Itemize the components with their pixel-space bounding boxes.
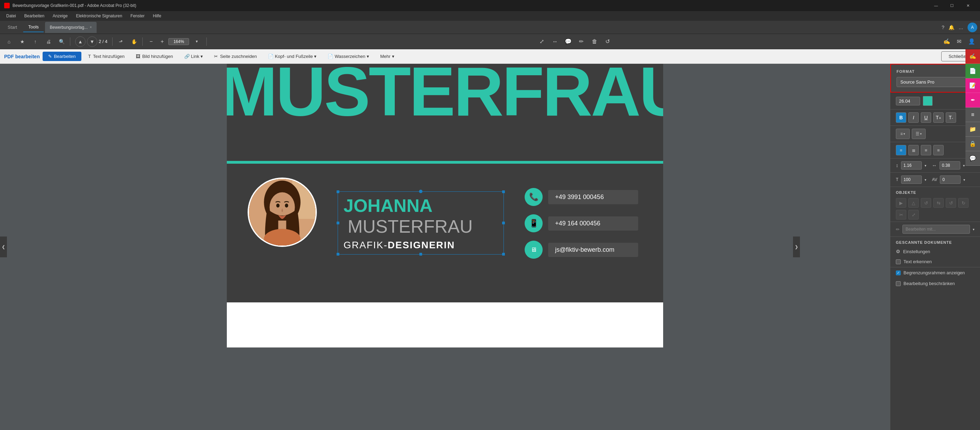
undo-button[interactable]: ↺ xyxy=(602,36,613,47)
pencil-button[interactable]: ✏ xyxy=(576,36,587,47)
selection-handle-mr[interactable] xyxy=(502,222,505,224)
text-selection-box[interactable]: JOHANNA MUSTERFRAU GRAFIK-DESIGNERIN xyxy=(337,192,504,254)
menu-bearbeiten[interactable]: Bearbeiten xyxy=(21,12,48,20)
baseline-arrow[interactable]: ▾ xyxy=(963,178,965,182)
baseline-input[interactable] xyxy=(940,176,961,184)
subscript-button[interactable]: T- xyxy=(946,112,956,123)
selection-handle-bl[interactable] xyxy=(337,253,339,256)
char-spacing-input[interactable] xyxy=(940,161,960,169)
strip-icon-5[interactable]: ≡ xyxy=(966,107,980,122)
wasserzeichen-arrow-icon: ▾ xyxy=(367,54,369,59)
trash-button[interactable]: 🗑 xyxy=(589,36,600,47)
align-left-button[interactable]: ≡ xyxy=(896,145,906,155)
font-size-input[interactable] xyxy=(896,97,920,106)
phone2-icon: 📱 xyxy=(525,214,542,232)
menu-datei[interactable]: Datei xyxy=(3,12,19,20)
account-button[interactable]: 👤 xyxy=(966,36,977,47)
align-right-button[interactable]: ≡ xyxy=(921,145,931,155)
italic-button[interactable]: I xyxy=(908,112,919,123)
print-button[interactable]: 🖨 xyxy=(42,35,55,48)
selection-handle-bm[interactable] xyxy=(419,253,422,256)
bild-hinzufuegen-button[interactable]: 🖼 Bild hinzufügen xyxy=(132,52,177,61)
strip-icon-4[interactable]: ✒ xyxy=(966,93,980,107)
minimize-button[interactable]: — xyxy=(928,0,944,11)
strip-icon-6[interactable]: 📁 xyxy=(966,122,980,137)
notification-icon[interactable]: 🔔 xyxy=(948,25,955,30)
align-justify-button[interactable]: ≡ xyxy=(933,145,943,155)
mehr-dropdown[interactable]: Mehr ▾ xyxy=(376,52,399,61)
selection-handle-ml[interactable] xyxy=(337,222,339,224)
begrenzungsrahmen-checkbox[interactable]: ✓ xyxy=(896,270,901,275)
comment-button[interactable]: 💬 xyxy=(563,36,574,47)
menu-anzeige[interactable]: Anzeige xyxy=(49,12,71,20)
line-spacing-arrow[interactable]: ▾ xyxy=(924,164,926,168)
send-button[interactable]: ✉ xyxy=(954,36,965,47)
align-center-button[interactable]: ≣ xyxy=(908,145,919,155)
selection-handle-top[interactable] xyxy=(419,190,423,193)
menu-fenster[interactable]: Fenster xyxy=(127,12,148,20)
scale-input[interactable] xyxy=(901,176,922,184)
zoom-out-button[interactable]: − xyxy=(146,37,156,46)
bearbeiten-button[interactable]: ✎ Bearbeiten xyxy=(43,52,81,61)
maximize-button[interactable]: ☐ xyxy=(944,0,960,11)
text-hinzufuegen-button[interactable]: T Text hinzufügen xyxy=(84,52,129,61)
window-controls[interactable]: — ☐ ✕ xyxy=(928,0,976,11)
menu-signaturen[interactable]: Elektronische Signaturen xyxy=(72,12,126,20)
kopf-fusszeile-dropdown[interactable]: 📄 Kopf- und Fußzeile ▾ xyxy=(264,52,321,61)
bearbeitung-checkbox[interactable] xyxy=(896,281,901,286)
ordered-list-button[interactable]: ☰ ▾ xyxy=(912,129,926,139)
next-page-button[interactable]: ▼ xyxy=(87,37,97,47)
toolbar-separator-1 xyxy=(70,37,70,46)
strip-icon-2[interactable]: 📄 xyxy=(966,64,980,78)
strip-icon-8[interactable]: 💬 xyxy=(966,151,980,166)
selection-handle-tl[interactable] xyxy=(337,190,339,193)
upload-button[interactable]: ↑ xyxy=(29,35,41,48)
bookmark-button[interactable]: ★ xyxy=(16,35,29,48)
close-button[interactable]: ✕ xyxy=(960,0,976,11)
wasserzeichen-dropdown[interactable]: 📄 Wasserzeichen ▾ xyxy=(323,52,373,61)
user-avatar[interactable]: A xyxy=(967,22,977,32)
color-swatch[interactable] xyxy=(923,96,932,106)
link-dropdown[interactable]: 🔗 Link ▾ xyxy=(180,52,207,61)
selection-handle-tr[interactable] xyxy=(502,190,505,193)
zoom-dropdown-button[interactable]: ▼ xyxy=(191,35,203,48)
font-family-dropdown[interactable]: Source Sans Pro ▾ xyxy=(897,77,974,87)
strip-icon-3[interactable]: 📝 xyxy=(966,78,980,93)
scroll-right-arrow[interactable]: ❯ xyxy=(793,237,800,257)
einstellungen-item[interactable]: ⚙ Einstellungen xyxy=(890,246,980,256)
char-spacing-arrow[interactable]: ▾ xyxy=(963,164,965,168)
line-spacing-input[interactable] xyxy=(901,161,922,169)
select-tool[interactable]: ⬏ xyxy=(115,35,127,48)
signature-button[interactable]: ✍ xyxy=(941,36,952,47)
tab-close-icon[interactable]: × xyxy=(90,25,92,29)
strip-icon-7[interactable]: 🔒 xyxy=(966,137,980,151)
tab-document[interactable]: Bewerbungsvorlag... × xyxy=(45,22,97,33)
bearbeiten-mit-select[interactable]: Bearbeiten mit... xyxy=(902,225,970,234)
superscript-button[interactable]: T+ xyxy=(933,112,943,123)
tab-tools[interactable]: Tools xyxy=(23,22,43,32)
zoom-in-button[interactable]: + xyxy=(157,37,167,46)
prev-page-button[interactable]: ▲ xyxy=(75,37,86,47)
job-title-prefix: GRAFIK- xyxy=(344,240,388,250)
seite-zuschneiden-button[interactable]: ✂ Seite zuschneiden xyxy=(210,52,261,61)
bearbeiten-dropdown-arrow[interactable]: ▾ xyxy=(973,227,974,231)
bold-button[interactable]: B xyxy=(896,112,906,123)
scale-arrow[interactable]: ▾ xyxy=(924,178,926,182)
text-erkennen-checkbox[interactable] xyxy=(896,259,901,264)
help-icon[interactable]: ? xyxy=(942,25,944,30)
zoom-in-small[interactable]: 🔍 xyxy=(56,35,68,48)
apps-icon[interactable]: … xyxy=(959,25,963,30)
scroll-left-arrow[interactable]: ❮ xyxy=(0,237,7,257)
unordered-list-button[interactable]: ≡ ▾ xyxy=(896,129,910,139)
fit-page-button[interactable]: ⤢ xyxy=(536,36,547,47)
ordered-dropdown-arrow: ▾ xyxy=(920,132,922,136)
selection-handle-br[interactable] xyxy=(502,253,505,256)
underline-button[interactable]: U xyxy=(921,112,931,123)
tab-start[interactable]: Start xyxy=(3,22,22,32)
strip-icon-1[interactable]: ✍ xyxy=(966,49,980,64)
home-button[interactable]: ⌂ xyxy=(3,35,15,48)
fit-width-button[interactable]: ↔ xyxy=(550,36,561,47)
menu-hilfe[interactable]: Hilfe xyxy=(150,12,165,20)
zoom-value[interactable]: 164% xyxy=(168,38,189,45)
hand-tool[interactable]: ✋ xyxy=(128,35,140,48)
